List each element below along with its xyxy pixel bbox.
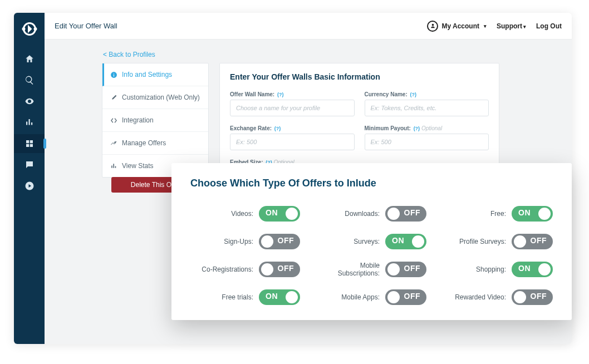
offer-toggle[interactable]: ON [512,206,553,222]
minimum-payout-input[interactable] [365,134,489,150]
offer-toggle[interactable]: ON [385,234,426,249]
offer-row: Free trials:ON [190,289,300,305]
offer-col-3: Free:ONProfile Surveys:OFFShopping:ONRew… [443,206,553,305]
offer-row: Downloads:OFF [317,206,426,222]
offer-label: Sign-Ups: [224,238,253,245]
offer-toggle[interactable]: OFF [512,289,553,305]
offer-toggle[interactable]: ON [512,262,553,277]
sidebar-item-search[interactable] [14,71,45,90]
offer-toggle[interactable]: OFF [385,206,426,222]
offer-toggle[interactable]: OFF [259,262,300,277]
account-menu[interactable]: My Account▾ [427,21,487,32]
offer-label: Shopping: [476,265,506,273]
exchange-rate-label: Exchange Rate: (?) [230,125,355,131]
offer-toggle[interactable]: OFF [512,234,553,249]
offer-label: Free trials: [222,293,253,301]
sidebar-item-chat[interactable] [14,155,45,174]
modal-title: Choose Which Type Of Offers to Inlude [190,178,553,189]
offer-toggle[interactable]: ON [259,206,300,222]
offer-wall-name-input[interactable] [230,100,355,116]
settings-nav: Info and Settings Customization (Web Onl… [102,63,209,178]
offer-row: Profile Surveys:OFF [443,234,553,249]
nav-customization[interactable]: Customization (Web Only) [102,86,208,109]
offer-col-1: Videos:ONSign-Ups:OFFCo-Registrations:OF… [190,206,300,305]
offer-row: Free:ON [443,206,553,222]
currency-name-label: Currency Name: (?) [365,91,489,97]
sidebar-item-home[interactable] [14,50,45,68]
offer-row: Shopping:ON [443,262,553,277]
nav-info-settings[interactable]: Info and Settings [102,63,208,86]
offer-label: Mobile Subscriptions: [317,262,380,277]
offer-types-modal: Choose Which Type Of Offers to Inlude Vi… [171,163,572,320]
currency-name-input[interactable] [365,100,489,116]
back-to-profiles-link[interactable]: < Back to Profiles [103,51,155,58]
offer-label: Videos: [231,210,253,218]
minimum-payout-label: Minimum Payout: (?) Optional [365,125,489,131]
offer-toggle[interactable]: ON [259,289,300,305]
sidebar [14,13,45,344]
offer-row: Co-Registrations:OFF [190,262,300,277]
offer-row: Sign-Ups:OFF [190,234,300,249]
offer-toggle[interactable]: OFF [385,262,426,277]
support-menu[interactable]: Support▾ [497,22,526,30]
offer-label: Free: [490,210,506,218]
offer-row: Surveys:ON [317,234,426,249]
nav-integration[interactable]: Integration [102,109,208,132]
offer-toggle[interactable]: OFF [259,234,300,249]
topbar: Edit Your Offer Wall My Account▾ Support… [45,13,572,40]
offer-label: Profile Surveys: [459,238,506,245]
offer-row: Mobile Apps:OFF [317,289,426,305]
form-heading: Enter Your Offer Walls Basic Information [230,72,489,81]
sidebar-item-visibility[interactable] [14,92,45,111]
sidebar-item-play[interactable] [14,176,45,195]
logout-link[interactable]: Log Out [536,22,562,30]
offer-label: Mobile Apps: [341,293,380,301]
offer-row: Videos:ON [190,206,300,222]
exchange-rate-input[interactable] [230,134,355,150]
offer-label: Co-Registrations: [202,265,253,273]
sidebar-item-analytics[interactable] [14,113,45,132]
offer-wall-name-label: Offer Wall Name: (?) [230,91,355,97]
offer-label: Downloads: [345,210,380,218]
chevron-down-icon: ▾ [484,23,487,29]
offer-row: Rewarded Video:OFF [443,289,553,305]
offer-col-2: Downloads:OFFSurveys:ONMobile Subscripti… [317,206,426,305]
offer-label: Surveys: [354,238,380,245]
app-logo [21,21,38,37]
offer-toggle[interactable]: OFF [385,289,426,305]
nav-manage-offers[interactable]: Manage Offers [102,132,208,155]
offer-label: Rewarded Video: [455,293,506,301]
user-icon [427,21,438,32]
offer-row: Mobile Subscriptions:OFF [317,262,426,277]
sidebar-item-grid[interactable] [14,134,45,153]
page-title: Edit Your Offer Wall [55,22,117,30]
